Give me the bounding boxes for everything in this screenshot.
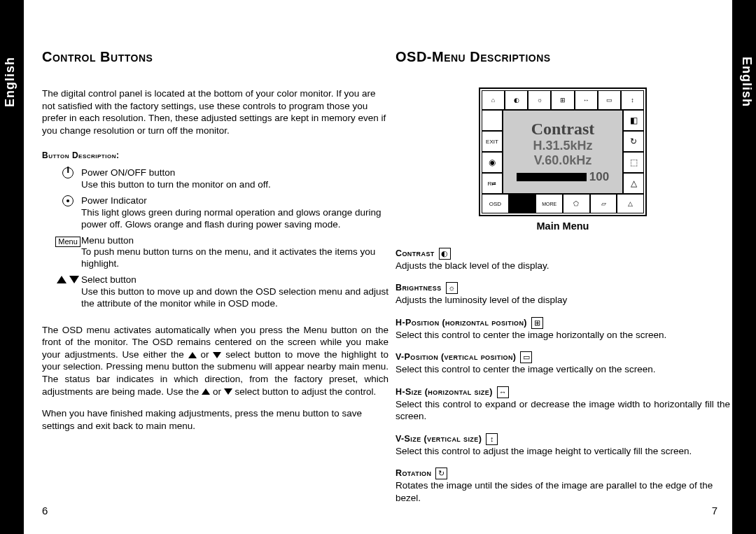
button-list: Power ON/OFF button Use this button to t… bbox=[55, 167, 388, 310]
triangle-up-icon bbox=[202, 388, 210, 395]
triangle-up-icon bbox=[188, 352, 197, 358]
brightness-icon: ☼ bbox=[446, 282, 458, 294]
osd-brightness-icon: ☼ bbox=[528, 90, 551, 110]
vsize-icon: ↕ bbox=[486, 433, 498, 445]
osd-vpos-icon: ▭ bbox=[598, 90, 621, 110]
osd-side-icon: ⬚ bbox=[623, 152, 644, 173]
osd-globe-icon: ◉ bbox=[482, 152, 503, 173]
section-title-control-buttons: Control Buttons bbox=[42, 49, 388, 65]
intro-paragraph: The digital control panel is located at … bbox=[42, 87, 388, 136]
osd-bottom-cell: ⬠ bbox=[563, 194, 590, 213]
osd-bottom-cell: △ bbox=[617, 194, 644, 213]
osd-hsize-icon: ↔ bbox=[575, 90, 598, 110]
osd-vsize-icon: ↕ bbox=[621, 90, 644, 110]
menu-item-brightness: Brightness☼ Adjusts the luminosity level… bbox=[396, 281, 730, 306]
osd-bottom-cell: OSD bbox=[482, 194, 509, 213]
menu-item-hposition: H-Position (horizontal position)⊞ Select… bbox=[396, 316, 730, 341]
button-label: Select button bbox=[81, 274, 388, 286]
menu-item-rotation: Rotation↻ Rotates the image until the si… bbox=[396, 467, 730, 504]
osd-hfreq: H.31.5kHz bbox=[533, 139, 592, 153]
triangle-down-icon bbox=[224, 388, 232, 395]
osd-title: Contrast bbox=[531, 120, 595, 139]
button-row-indicator: Power Indicator This light glows green d… bbox=[55, 195, 388, 231]
section-title-osd: OSD-Menu Descriptions bbox=[396, 49, 730, 65]
button-desc: Use this button to move up and down the … bbox=[81, 286, 388, 309]
osd-contrast-icon: ◐ bbox=[505, 90, 528, 110]
button-desc: This light glows green during normal ope… bbox=[81, 207, 382, 230]
osd-paragraph-2: When you have finished making adjustment… bbox=[42, 407, 388, 432]
osd-side-icon: ◧ bbox=[623, 110, 644, 131]
osd-side-icon bbox=[482, 110, 503, 131]
vposition-icon: ▭ bbox=[520, 351, 532, 363]
osd-hpos-icon: ⊞ bbox=[551, 90, 574, 110]
main-menu-caption: Main Menu bbox=[396, 220, 730, 232]
button-desc: Use this button to turn the monitor on a… bbox=[81, 179, 271, 190]
button-desc: To push menu button turns on the menu, a… bbox=[81, 246, 375, 269]
right-page: OSD-Menu Descriptions ⌂ ◐ ☼ ⊞ ↔ ▭ ↕ EXIT… bbox=[396, 49, 730, 514]
button-row-select: Select button Use this button to move up… bbox=[55, 274, 388, 310]
osd-paragraph-1: The OSD menu activates automatically whe… bbox=[42, 324, 388, 398]
hposition-icon: ⊞ bbox=[531, 317, 543, 329]
menu-item-contrast: Contrast◐ Adjusts the black level of the… bbox=[396, 247, 730, 272]
indicator-icon bbox=[55, 195, 81, 209]
osd-screenshot: ⌂ ◐ ☼ ⊞ ↔ ▭ ↕ EXIT ◉ R⇄ Cont bbox=[396, 87, 730, 216]
osd-bottom-cell: ▱ bbox=[590, 194, 617, 213]
osd-top-icon: ⌂ bbox=[482, 90, 505, 110]
button-label: Power Indicator bbox=[81, 195, 388, 207]
button-label: Menu button bbox=[81, 235, 388, 247]
menu-item-hsize: H-Size (horizontal size)↔ Select this co… bbox=[396, 386, 730, 423]
menu-item-vsize: V-Size (vertical size)↕ Select this cont… bbox=[396, 433, 730, 457]
button-label: Power ON/OFF button bbox=[81, 167, 271, 179]
hsize-icon: ↔ bbox=[497, 386, 509, 398]
manual-spread: English English Control Buttons The digi… bbox=[0, 0, 756, 534]
osd-vfreq: V.60.0kHz bbox=[534, 153, 592, 168]
osd-exit-icon: EXIT bbox=[482, 131, 503, 152]
button-row-power: Power ON/OFF button Use this button to t… bbox=[55, 167, 388, 191]
language-tab-left: English bbox=[0, 43, 20, 120]
osd-rotation-icon: ↻ bbox=[623, 131, 644, 152]
osd-progress-bar bbox=[517, 173, 587, 181]
osd-value: 100 bbox=[589, 170, 609, 184]
power-icon bbox=[55, 167, 81, 181]
select-icon bbox=[55, 274, 81, 286]
button-description-heading: Button Description: bbox=[42, 150, 388, 160]
language-tab-right: English bbox=[736, 43, 756, 120]
osd-recall-icon: R⇄ bbox=[482, 173, 503, 194]
menu-item-vposition: V-Position (vertical position)▭ Select t… bbox=[396, 351, 730, 375]
osd-bottom-cell: MORE bbox=[536, 194, 563, 213]
rotation-icon: ↻ bbox=[435, 468, 447, 479]
page-number-right: 7 bbox=[712, 505, 718, 517]
menu-button-icon: Menu bbox=[55, 235, 81, 247]
osd-side-icon: △ bbox=[623, 173, 644, 194]
left-page: Control Buttons The digital control pane… bbox=[42, 49, 388, 442]
contrast-icon: ◐ bbox=[439, 248, 451, 260]
osd-bottom-cell bbox=[509, 194, 536, 213]
button-row-menu: Menu Menu button To push menu button tur… bbox=[55, 235, 388, 271]
triangle-down-icon bbox=[213, 352, 221, 358]
page-number-left: 6 bbox=[42, 505, 48, 517]
